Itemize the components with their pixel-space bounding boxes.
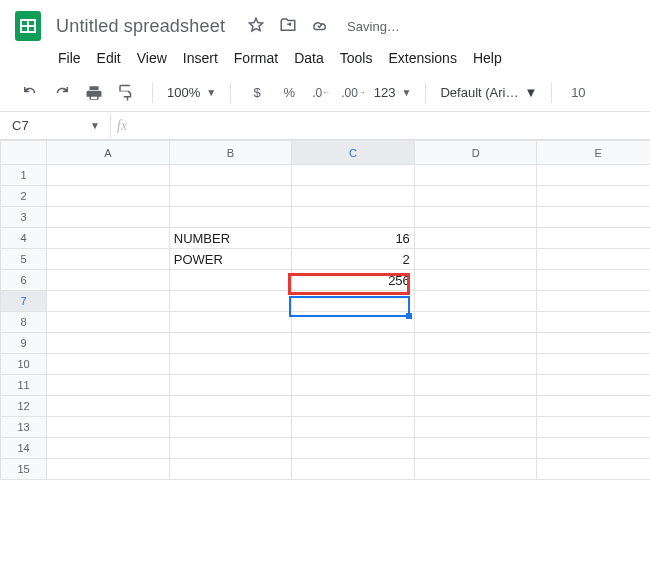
- col-header[interactable]: A: [47, 141, 170, 165]
- cell-A11[interactable]: [47, 375, 170, 396]
- currency-button[interactable]: $: [245, 81, 269, 105]
- zoom-select[interactable]: 100% ▼: [167, 85, 216, 100]
- cell-D11[interactable]: [414, 375, 537, 396]
- row-header[interactable]: 13: [1, 417, 47, 438]
- cell-B5[interactable]: POWER: [169, 249, 292, 270]
- cell-E3[interactable]: [537, 207, 650, 228]
- cell-D6[interactable]: [414, 270, 537, 291]
- cell-A8[interactable]: [47, 312, 170, 333]
- col-header[interactable]: D: [414, 141, 537, 165]
- row-header[interactable]: 14: [1, 438, 47, 459]
- row-header[interactable]: 3: [1, 207, 47, 228]
- row-header[interactable]: 9: [1, 333, 47, 354]
- cell-C9[interactable]: [292, 333, 415, 354]
- cell-E8[interactable]: [537, 312, 650, 333]
- cell-B4[interactable]: NUMBER: [169, 228, 292, 249]
- spreadsheet-grid[interactable]: A B C D E 1234NUMBER165POWER262567891011…: [0, 140, 650, 480]
- star-icon[interactable]: [247, 16, 265, 37]
- redo-icon[interactable]: [50, 81, 74, 105]
- menu-view[interactable]: View: [137, 50, 167, 66]
- row-header[interactable]: 2: [1, 186, 47, 207]
- cell-C8[interactable]: [292, 312, 415, 333]
- cell-A14[interactable]: [47, 438, 170, 459]
- row-header[interactable]: 12: [1, 396, 47, 417]
- cell-D8[interactable]: [414, 312, 537, 333]
- decrease-decimal-button[interactable]: .0←: [309, 81, 333, 105]
- cell-B13[interactable]: [169, 417, 292, 438]
- cell-B3[interactable]: [169, 207, 292, 228]
- cell-C1[interactable]: [292, 165, 415, 186]
- cell-C13[interactable]: [292, 417, 415, 438]
- cell-C10[interactable]: [292, 354, 415, 375]
- cell-B8[interactable]: [169, 312, 292, 333]
- cloud-status-icon[interactable]: [311, 16, 329, 37]
- cell-C2[interactable]: [292, 186, 415, 207]
- cell-D7[interactable]: [414, 291, 537, 312]
- cell-C7[interactable]: [292, 291, 415, 312]
- print-icon[interactable]: [82, 81, 106, 105]
- cell-A7[interactable]: [47, 291, 170, 312]
- cell-B11[interactable]: [169, 375, 292, 396]
- menu-data[interactable]: Data: [294, 50, 324, 66]
- formula-input[interactable]: [132, 112, 650, 139]
- cell-C3[interactable]: [292, 207, 415, 228]
- cell-C4[interactable]: 16: [292, 228, 415, 249]
- cell-E5[interactable]: [537, 249, 650, 270]
- row-header[interactable]: 8: [1, 312, 47, 333]
- col-header[interactable]: C: [292, 141, 415, 165]
- cell-A13[interactable]: [47, 417, 170, 438]
- percent-button[interactable]: %: [277, 81, 301, 105]
- cell-E14[interactable]: [537, 438, 650, 459]
- row-header[interactable]: 5: [1, 249, 47, 270]
- cell-A10[interactable]: [47, 354, 170, 375]
- document-title[interactable]: Untitled spreadsheet: [56, 16, 225, 37]
- col-header[interactable]: B: [169, 141, 292, 165]
- cell-B15[interactable]: [169, 459, 292, 480]
- cell-B1[interactable]: [169, 165, 292, 186]
- select-all-corner[interactable]: [1, 141, 47, 165]
- row-header[interactable]: 6: [1, 270, 47, 291]
- cell-A5[interactable]: [47, 249, 170, 270]
- cell-C6[interactable]: 256: [292, 270, 415, 291]
- font-select[interactable]: Default (Ari… ▼: [440, 85, 537, 100]
- menu-edit[interactable]: Edit: [97, 50, 121, 66]
- cell-D12[interactable]: [414, 396, 537, 417]
- cell-C5[interactable]: 2: [292, 249, 415, 270]
- menu-extensions[interactable]: Extensions: [388, 50, 456, 66]
- move-icon[interactable]: [279, 16, 297, 37]
- menu-help[interactable]: Help: [473, 50, 502, 66]
- col-header[interactable]: E: [537, 141, 650, 165]
- menu-format[interactable]: Format: [234, 50, 278, 66]
- cell-A1[interactable]: [47, 165, 170, 186]
- cell-A9[interactable]: [47, 333, 170, 354]
- cell-E9[interactable]: [537, 333, 650, 354]
- cell-A4[interactable]: [47, 228, 170, 249]
- row-header[interactable]: 7: [1, 291, 47, 312]
- menu-tools[interactable]: Tools: [340, 50, 373, 66]
- cell-E7[interactable]: [537, 291, 650, 312]
- cell-A3[interactable]: [47, 207, 170, 228]
- cell-E4[interactable]: [537, 228, 650, 249]
- cell-E15[interactable]: [537, 459, 650, 480]
- row-header[interactable]: 4: [1, 228, 47, 249]
- row-header[interactable]: 10: [1, 354, 47, 375]
- cell-D13[interactable]: [414, 417, 537, 438]
- cell-C12[interactable]: [292, 396, 415, 417]
- cell-E2[interactable]: [537, 186, 650, 207]
- menu-file[interactable]: File: [58, 50, 81, 66]
- increase-decimal-button[interactable]: .00→: [341, 81, 366, 105]
- cell-C15[interactable]: [292, 459, 415, 480]
- cell-E1[interactable]: [537, 165, 650, 186]
- menu-insert[interactable]: Insert: [183, 50, 218, 66]
- cell-B7[interactable]: [169, 291, 292, 312]
- cell-E6[interactable]: [537, 270, 650, 291]
- cell-D3[interactable]: [414, 207, 537, 228]
- cell-B12[interactable]: [169, 396, 292, 417]
- paint-format-icon[interactable]: [114, 81, 138, 105]
- row-header[interactable]: 11: [1, 375, 47, 396]
- cell-D1[interactable]: [414, 165, 537, 186]
- cell-D14[interactable]: [414, 438, 537, 459]
- cell-C11[interactable]: [292, 375, 415, 396]
- cell-B10[interactable]: [169, 354, 292, 375]
- row-header[interactable]: 1: [1, 165, 47, 186]
